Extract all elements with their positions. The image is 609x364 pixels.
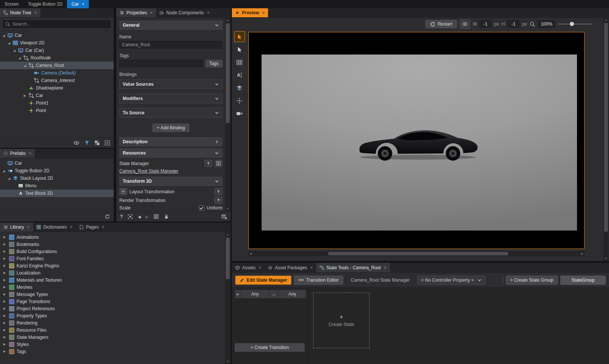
close-icon[interactable]: ×: [207, 10, 210, 15]
close-icon[interactable]: ×: [82, 2, 84, 7]
tab-dictionaries[interactable]: Dictionaries ×: [33, 223, 76, 232]
transition-to[interactable]: Any: [279, 290, 306, 298]
scroll-up-icon[interactable]: ▲: [603, 18, 609, 22]
expand-arrow-icon[interactable]: ▶: [2, 335, 7, 339]
expand-arrow-icon[interactable]: ▶: [2, 257, 7, 260]
tree-item[interactable]: Camera_Interest: [0, 77, 114, 84]
transparency-filter-icon[interactable]: [94, 140, 100, 146]
close-icon[interactable]: ×: [29, 151, 31, 156]
close-icon[interactable]: ×: [259, 265, 261, 270]
document-tab-car[interactable]: Car ×: [67, 0, 89, 8]
expand-arrow-icon[interactable]: ▶: [2, 285, 7, 289]
expand-arrow-icon[interactable]: ▶: [23, 94, 27, 97]
tree-item[interactable]: ◢Car (Car): [0, 47, 114, 54]
scroll-right-icon[interactable]: ▶: [580, 251, 585, 256]
close-icon[interactable]: ×: [310, 265, 313, 270]
tree-item[interactable]: ◢Toggle Button 2D: [0, 167, 114, 174]
library-item[interactable]: ▶Project References: [0, 305, 231, 312]
tree-item[interactable]: ◢Car: [0, 32, 114, 39]
section-transform-3d[interactable]: Transform 3D: [119, 177, 222, 186]
help-icon[interactable]: ?: [120, 214, 123, 219]
create-transition-button[interactable]: + Create Transition: [235, 343, 304, 352]
expand-arrow-icon[interactable]: ▶: [2, 243, 7, 246]
tab-node-components[interactable]: Node Components ×: [156, 8, 213, 17]
library-item[interactable]: ▶Meshes: [0, 284, 231, 291]
scroll-thumb[interactable]: [226, 23, 230, 123]
section-to-source[interactable]: To Source: [119, 108, 222, 118]
section-description[interactable]: Description: [119, 137, 222, 146]
collapse-arrow-icon[interactable]: ◢: [12, 49, 17, 52]
scroll-up-icon[interactable]: ▲: [225, 18, 230, 23]
expand-arrow-icon[interactable]: ▶: [2, 321, 7, 325]
transition-row[interactable]: ▶ Any → Any: [235, 290, 306, 298]
tab-asset-packages[interactable]: Asset Packages ×: [265, 263, 316, 272]
collapse-arrow-icon[interactable]: ◢: [2, 169, 6, 173]
transition-editor-button[interactable]: Transition Editor: [294, 276, 343, 285]
library-item[interactable]: ▶Styles: [0, 341, 231, 348]
close-icon[interactable]: ×: [150, 10, 153, 15]
collapse-arrow-icon[interactable]: ◢: [23, 64, 27, 67]
restart-button[interactable]: Restart: [425, 20, 457, 28]
preview-vscrollbar[interactable]: ▲ ▼: [603, 18, 609, 261]
scroll-thumb[interactable]: [226, 238, 230, 279]
height-input[interactable]: [507, 20, 519, 28]
transform-tool-button[interactable]: [234, 95, 245, 106]
back-icon[interactable]: ◀: [138, 215, 141, 219]
tree-item[interactable]: Camera (Default): [0, 69, 114, 77]
expand-arrow-icon[interactable]: ▶: [2, 271, 7, 275]
search-input[interactable]: [12, 21, 108, 27]
close-icon[interactable]: ×: [262, 10, 265, 15]
library-item[interactable]: ▶Resource Files: [0, 326, 231, 334]
close-icon[interactable]: ×: [70, 224, 72, 230]
tags-input[interactable]: [119, 60, 203, 67]
tree-item[interactable]: Car: [0, 159, 114, 167]
tab-pages[interactable]: Pages ×: [76, 223, 108, 232]
expand-arrow-icon[interactable]: ▶: [2, 307, 7, 310]
preview-viewport[interactable]: [248, 32, 585, 249]
tab-assets[interactable]: Assets ×: [232, 263, 265, 272]
grid-tool-button[interactable]: [234, 57, 245, 68]
add-column-icon[interactable]: [221, 214, 227, 220]
grid-view-icon[interactable]: [154, 214, 159, 219]
tree-item[interactable]: Point: [0, 107, 114, 114]
tab-node-tree[interactable]: Node Tree ×: [0, 8, 40, 17]
expand-arrow-icon[interactable]: ▶: [2, 293, 7, 296]
show-hidden-icon[interactable]: [73, 140, 79, 146]
layers-tool-button[interactable]: [234, 82, 245, 93]
preview-hscrollbar[interactable]: ◀ ▶: [248, 251, 585, 256]
tree-item[interactable]: ◢Viewport 2D: [0, 39, 114, 47]
tab-state-tools[interactable]: State Tools - Camera_Root ×: [316, 263, 390, 272]
select-tool-button[interactable]: [234, 44, 245, 55]
close-icon[interactable]: ×: [102, 224, 104, 230]
tree-item[interactable]: Point1: [0, 99, 114, 107]
transition-play-icon[interactable]: ▶: [235, 290, 241, 298]
expand-arrow-icon[interactable]: ▶: [2, 343, 7, 346]
document-tab-screen[interactable]: Screen: [0, 0, 23, 8]
add-binding-button[interactable]: + Add Binding: [152, 124, 189, 132]
tree-item[interactable]: ▶Car: [0, 92, 114, 99]
scroll-thumb[interactable]: [328, 252, 508, 255]
close-icon[interactable]: ×: [34, 10, 37, 15]
zoom-input[interactable]: [538, 20, 555, 28]
scroll-down-icon[interactable]: ▼: [603, 256, 609, 261]
scroll-left-icon[interactable]: ◀: [248, 251, 253, 256]
clear-filter-icon[interactable]: [105, 140, 110, 146]
tree-item[interactable]: Shadowplane: [0, 84, 114, 92]
state-manager-link[interactable]: Camera_Root State Manager: [119, 168, 178, 174]
lock-icon[interactable]: [164, 214, 169, 219]
slider-thumb[interactable]: [570, 22, 574, 26]
tab-library[interactable]: Library ×: [0, 223, 33, 232]
library-item[interactable]: ▶Materials and Textures: [0, 276, 231, 284]
collapse-arrow-icon[interactable]: ◢: [2, 34, 6, 37]
uniform-checkbox[interactable]: [199, 205, 204, 211]
create-state-dropzone[interactable]: + Create State: [313, 293, 370, 348]
tab-properties[interactable]: Properties ×: [116, 8, 156, 17]
create-state-group-button[interactable]: + Create State Group: [506, 276, 558, 285]
controller-property-dropdown[interactable]: < No Controller Property >: [417, 276, 486, 285]
tree-item[interactable]: Menu: [0, 182, 114, 190]
collapse-arrow-icon[interactable]: ◢: [7, 41, 11, 45]
tree-item[interactable]: ◢Stack Layout 2D: [0, 174, 114, 182]
collapse-arrow-icon[interactable]: ◢: [7, 177, 11, 180]
zoom-slider[interactable]: [558, 21, 592, 27]
scroll-thumb[interactable]: [604, 23, 608, 232]
